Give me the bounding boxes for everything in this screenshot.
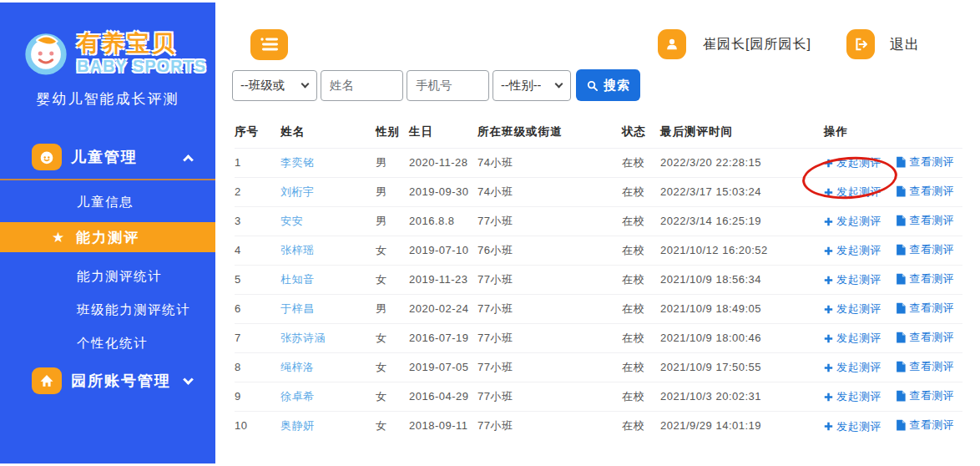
- launch-eval-label: 发起测评: [836, 214, 881, 229]
- students-table: 序号 姓名 性别 生日 所在班级或街道 状态 最后测评时间 操作 1 李奕铭 男…: [235, 116, 962, 440]
- logout-button[interactable]: [846, 29, 875, 59]
- name-filter-input[interactable]: [321, 70, 403, 101]
- student-name-link[interactable]: 安安: [280, 206, 376, 236]
- sidebar: 有养宝贝 BABY SPORTS 婴幼儿智能成长评测 儿童管理: [0, 3, 215, 463]
- launch-eval-label: 发起测评: [836, 389, 881, 404]
- view-eval-link[interactable]: 查看测评: [896, 154, 954, 170]
- phone-filter-input[interactable]: [407, 70, 489, 101]
- table-row: 8 绳梓洛 女 2019-07-05 77小班 在校 2021/10/9 17:…: [235, 352, 962, 382]
- cell-birthday: 2019-07-10: [409, 236, 477, 265]
- cell-last-eval-time: 2021/10/9 18:49:05: [660, 294, 824, 323]
- student-name-link[interactable]: 于梓昌: [280, 294, 376, 323]
- launch-eval-link[interactable]: 发起测评: [824, 360, 881, 375]
- search-button-label: 搜索: [604, 78, 630, 94]
- view-eval-label: 查看测评: [909, 213, 954, 228]
- cell-last-eval-time: 2022/3/20 22:28:15: [660, 148, 824, 177]
- view-eval-label: 查看测评: [909, 271, 954, 286]
- document-icon: [896, 419, 906, 431]
- view-eval-link[interactable]: 查看测评: [896, 388, 954, 403]
- school-icon: [32, 367, 62, 394]
- logged-in-user: 崔园长[园所园长]: [703, 36, 811, 53]
- cell-gender: 男: [376, 294, 409, 323]
- student-name-link[interactable]: 绳梓洛: [280, 352, 376, 382]
- brand-name-en: BABY SPORTS: [77, 57, 206, 76]
- header-birthday: 生日: [409, 116, 477, 148]
- cell-index: 8: [235, 352, 280, 382]
- cell-class: 76小班: [477, 236, 622, 265]
- chevron-down-icon: [555, 80, 563, 89]
- view-eval-label: 查看测评: [909, 242, 954, 257]
- cell-birthday: 2016-07-19: [409, 323, 477, 352]
- view-eval-link[interactable]: 查看测评: [896, 184, 954, 199]
- sidebar-item-account-management[interactable]: 园所账号管理: [0, 366, 215, 396]
- class-filter-select[interactable]: --班级或: [232, 70, 317, 101]
- cell-birthday: 2020-11-28: [409, 148, 477, 177]
- chevron-up-icon: [183, 154, 194, 165]
- header-name: 姓名: [280, 116, 376, 148]
- sidebar-item-child-info[interactable]: 儿童信息: [0, 194, 215, 211]
- hamburger-menu-button[interactable]: [250, 29, 288, 60]
- hamburger-icon: [260, 36, 280, 53]
- sidebar-item-label: 能力测评: [76, 228, 139, 247]
- launch-eval-label: 发起测评: [836, 185, 881, 200]
- view-eval-label: 查看测评: [909, 359, 954, 374]
- view-eval-label: 查看测评: [909, 184, 954, 199]
- launch-eval-link[interactable]: 发起测评: [824, 185, 881, 200]
- cell-class: 77小班: [477, 265, 622, 294]
- view-eval-link[interactable]: 查看测评: [896, 418, 954, 433]
- launch-eval-link[interactable]: 发起测评: [824, 214, 881, 229]
- view-eval-link[interactable]: 查看测评: [896, 330, 954, 345]
- student-name-link[interactable]: 张梓瑶: [280, 236, 376, 265]
- view-eval-link[interactable]: 查看测评: [896, 301, 954, 316]
- user-avatar-button[interactable]: [658, 29, 686, 59]
- launch-eval-label: 发起测评: [836, 243, 881, 258]
- plus-icon: [824, 363, 833, 372]
- table-row: 4 张梓瑶 女 2019-07-10 76小班 在校 2021/10/12 16…: [235, 236, 962, 265]
- gender-filter-select[interactable]: --性别--: [493, 70, 571, 101]
- launch-eval-link[interactable]: 发起测评: [824, 389, 881, 404]
- cell-status: 在校: [622, 206, 660, 236]
- view-eval-link[interactable]: 查看测评: [896, 271, 954, 286]
- cell-birthday: 2016.8.8: [409, 206, 477, 236]
- sidebar-item-ability-eval-active[interactable]: ★ 能力测评: [0, 222, 215, 252]
- cell-class: 77小班: [477, 411, 622, 440]
- launch-eval-link[interactable]: 发起测评: [824, 243, 881, 258]
- cell-class: 77小班: [477, 352, 622, 382]
- cell-gender: 男: [376, 177, 409, 206]
- header-last-eval-time: 最后测评时间: [660, 116, 824, 148]
- document-icon: [896, 302, 906, 314]
- cell-status: 在校: [622, 382, 660, 411]
- cell-status: 在校: [622, 352, 660, 382]
- view-eval-label: 查看测评: [909, 330, 954, 345]
- launch-eval-link[interactable]: 发起测评: [824, 301, 881, 317]
- star-icon: ★: [52, 229, 64, 246]
- launch-eval-link[interactable]: 发起测评: [824, 155, 881, 170]
- class-filter-value: --班级或: [240, 78, 285, 94]
- student-name-link[interactable]: 奥静妍: [280, 411, 376, 440]
- student-name-link[interactable]: 刘桁宇: [280, 177, 376, 206]
- search-button[interactable]: 搜索: [576, 69, 640, 101]
- cell-index: 7: [235, 323, 280, 352]
- view-eval-link[interactable]: 查看测评: [896, 213, 954, 228]
- student-name-link[interactable]: 张苏诗涵: [280, 323, 376, 352]
- student-name-link[interactable]: 李奕铭: [280, 148, 376, 177]
- student-name-link[interactable]: 徐卓希: [280, 382, 376, 411]
- sidebar-item-child-management[interactable]: 儿童管理: [0, 142, 215, 172]
- view-eval-label: 查看测评: [909, 154, 954, 170]
- search-icon: [586, 79, 599, 92]
- launch-eval-link[interactable]: 发起测评: [824, 331, 881, 346]
- view-eval-link[interactable]: 查看测评: [896, 242, 954, 257]
- launch-eval-link[interactable]: 发起测评: [824, 419, 881, 434]
- brand-tagline: 婴幼儿智能成长评测: [0, 89, 215, 109]
- student-name-link[interactable]: 杜知音: [280, 265, 376, 294]
- sidebar-item-personalized-stats[interactable]: 个性化统计: [0, 335, 215, 352]
- sidebar-item-class-eval-stats[interactable]: 班级能力测评统计: [0, 301, 215, 319]
- chevron-down-icon: [301, 80, 310, 89]
- table-row: 2 刘桁宇 男 2019-09-30 74小班 在校 2022/3/17 15:…: [235, 177, 962, 206]
- launch-eval-link[interactable]: 发起测评: [824, 272, 881, 287]
- sidebar-item-eval-stats[interactable]: 能力测评统计: [0, 268, 215, 286]
- plus-icon: [824, 217, 833, 226]
- view-eval-link[interactable]: 查看测评: [896, 359, 954, 374]
- table-row: 10 奥静妍 女 2018-09-11 77小班 在校 2021/9/29 14…: [235, 411, 962, 440]
- cell-index: 1: [235, 148, 280, 177]
